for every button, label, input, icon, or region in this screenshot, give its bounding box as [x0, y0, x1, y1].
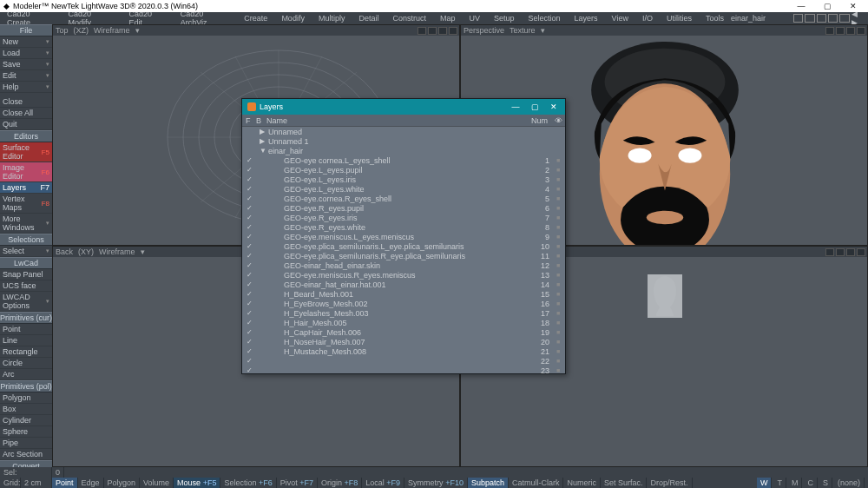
- sidebar-save[interactable]: Save▾: [0, 59, 52, 70]
- vp-icon[interactable]: [857, 248, 865, 256]
- fg-check[interactable]: ✓: [246, 223, 253, 231]
- layer-toggle[interactable]: [839, 14, 849, 23]
- mode-set-surface[interactable]: Set Surfac.: [601, 478, 648, 488]
- vis-dot[interactable]: ■: [551, 214, 565, 221]
- layer-row[interactable]: ✓GEO-eye.R_eyes.pupil6■: [242, 203, 565, 213]
- sidebar-arc[interactable]: Arc: [0, 369, 52, 380]
- layer-group[interactable]: ▶Unnamed 1: [242, 136, 565, 146]
- fg-check[interactable]: ✓: [246, 204, 253, 212]
- vp-icon[interactable]: [836, 27, 845, 35]
- vmap-s[interactable]: S: [819, 478, 832, 488]
- sidebar-edit[interactable]: Edit▾: [0, 70, 52, 82]
- fg-check[interactable]: ✓: [246, 280, 253, 288]
- grid-value[interactable]: 2 cm: [21, 478, 52, 488]
- vis-dot[interactable]: ■: [551, 167, 565, 173]
- menu-item[interactable]: I/O: [635, 14, 660, 23]
- fg-check[interactable]: ✓: [246, 185, 253, 193]
- shading-select[interactable]: Texture: [510, 26, 536, 35]
- vp-icon[interactable]: [846, 27, 855, 35]
- sidebar-close[interactable]: Close: [0, 96, 52, 108]
- fg-check[interactable]: ✓: [246, 175, 253, 183]
- mode-volume[interactable]: Volume: [140, 478, 174, 488]
- vmap-w[interactable]: W: [757, 478, 773, 488]
- layer-toggle[interactable]: [828, 14, 838, 23]
- expand-icon[interactable]: ▶: [260, 137, 266, 145]
- vp-icon[interactable]: [418, 27, 426, 35]
- layer-row[interactable]: ✓22■: [242, 356, 565, 366]
- mode-subpatch[interactable]: Subpatch: [468, 478, 509, 488]
- vis-dot[interactable]: ■: [551, 310, 565, 316]
- minimize-button[interactable]: —: [788, 2, 814, 10]
- fg-check[interactable]: ✓: [246, 328, 253, 336]
- vmap-t[interactable]: T: [773, 478, 786, 488]
- view-select[interactable]: Perspective: [464, 26, 504, 35]
- sidebar-new[interactable]: New▾: [0, 36, 52, 48]
- fg-check[interactable]: ✓: [246, 233, 253, 241]
- layer-row[interactable]: ✓GEO-eye.L_eyes.pupil2■: [242, 165, 565, 175]
- fg-check[interactable]: ✓: [246, 357, 253, 365]
- menu-item[interactable]: Layers: [568, 14, 605, 23]
- mode-edge[interactable]: Edge: [78, 478, 104, 488]
- mode-mouse[interactable]: Mouse +F5: [174, 478, 220, 488]
- vis-dot[interactable]: ■: [551, 234, 565, 240]
- vis-dot[interactable]: ■: [551, 339, 565, 345]
- mode-polygon[interactable]: Polygon: [104, 478, 141, 488]
- fg-check[interactable]: ✓: [246, 261, 253, 269]
- vp-icon[interactable]: [438, 27, 447, 35]
- col-b[interactable]: B: [253, 116, 263, 125]
- sidebar-surface-editor[interactable]: Surface EditorF5: [0, 142, 52, 162]
- expand-icon[interactable]: ▶: [260, 128, 266, 135]
- col-eye-icon[interactable]: 👁: [551, 116, 565, 125]
- sidebar-rectangle[interactable]: Rectangle: [0, 346, 52, 358]
- sidebar-point[interactable]: Point: [0, 324, 52, 335]
- layer-row[interactable]: ✓GEO-eye.meniscus.L_eyes.meniscus9■: [242, 232, 565, 241]
- mode-selection[interactable]: Selection +F6: [220, 478, 276, 488]
- menu-item[interactable]: Detail: [352, 14, 385, 23]
- menu-item[interactable]: Setup: [487, 14, 522, 23]
- layer-row[interactable]: ✓H_EyeBrows_Mesh.00216■: [242, 299, 565, 308]
- layer-row[interactable]: ✓H_Hair_Mesh.00518■: [242, 318, 565, 327]
- vis-dot[interactable]: ■: [551, 186, 565, 192]
- vis-dot[interactable]: ■: [551, 205, 565, 211]
- layer-group[interactable]: ▶Unnamed: [242, 127, 565, 136]
- fg-check[interactable]: ✓: [246, 366, 253, 373]
- mode-origin[interactable]: Origin +F8: [318, 478, 362, 488]
- vp-icon[interactable]: [857, 27, 865, 35]
- layer-row[interactable]: ✓H_NoseHair_Mesh.00720■: [242, 337, 565, 346]
- shading-select[interactable]: Wireframe: [94, 26, 130, 35]
- sidebar-close-all[interactable]: Close All: [0, 108, 52, 119]
- layer-row[interactable]: ✓H_Mustache_Mesh.00821■: [242, 346, 565, 356]
- layer-row[interactable]: ✓GEO-eye cornea.L_eyes_shell1■: [242, 155, 565, 165]
- close-button[interactable]: ✕: [840, 2, 866, 10]
- fg-check[interactable]: ✓: [246, 319, 253, 326]
- sidebar-load[interactable]: Load▾: [0, 48, 52, 59]
- fg-check[interactable]: ✓: [246, 290, 253, 298]
- vmap-select[interactable]: (none): [834, 478, 865, 488]
- layer-row[interactable]: ✓GEO-eye.cornea.R_eyes_shell5■: [242, 194, 565, 203]
- vis-dot[interactable]: ■: [551, 272, 565, 278]
- sidebar-vertex-maps[interactable]: Vertex MapsF8: [0, 194, 52, 214]
- mode-numeric[interactable]: Numeric: [563, 478, 601, 488]
- layer-row[interactable]: ✓23■: [242, 366, 565, 373]
- col-name[interactable]: Name: [263, 116, 525, 125]
- sidebar-image-editor[interactable]: Image EditorF6: [0, 162, 52, 182]
- vp-icon[interactable]: [825, 27, 834, 35]
- sidebar-ucs-face[interactable]: UCS face: [0, 280, 52, 292]
- col-f[interactable]: F: [242, 116, 253, 125]
- sidebar-snap-panel[interactable]: Snap Panel: [0, 269, 52, 280]
- fg-check[interactable]: ✓: [246, 300, 253, 307]
- sidebar-sphere[interactable]: Sphere: [0, 426, 52, 438]
- mode-pivot[interactable]: Pivot +F7: [277, 478, 318, 488]
- layer-row[interactable]: ✓GEO-eye.L_eyes.iris3■: [242, 175, 565, 184]
- mode-symmetry[interactable]: Symmetry +F10: [404, 478, 468, 488]
- fg-check[interactable]: ✓: [246, 347, 253, 355]
- layer-row[interactable]: ✓GEO-eye.R_eyes.iris7■: [242, 213, 565, 222]
- vis-dot[interactable]: ■: [551, 157, 565, 163]
- fg-check[interactable]: ✓: [246, 242, 253, 250]
- current-object-name[interactable]: einar_hair: [731, 14, 792, 23]
- vis-dot[interactable]: ■: [551, 320, 565, 326]
- layer-row[interactable]: ✓GEO-eye.plica_semilunaris.L_eye.plica_s…: [242, 241, 565, 251]
- layer-row[interactable]: ✓H_Beard_Mesh.00115■: [242, 289, 565, 299]
- menu-item[interactable]: Selection: [522, 14, 568, 23]
- col-num[interactable]: Num: [525, 116, 551, 125]
